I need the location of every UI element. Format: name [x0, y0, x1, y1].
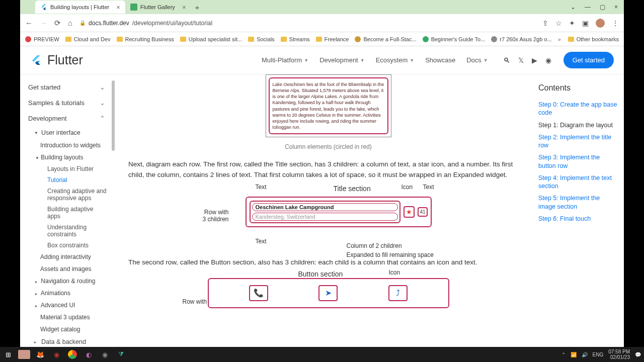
browser-tab[interactable]: Flutter Gallery × — [125, 1, 191, 14]
paragraph: The second row, called the Button sectio… — [128, 257, 528, 268]
github-icon[interactable]: ◉ — [545, 56, 551, 64]
chevron-down-icon: ▼ — [484, 58, 488, 63]
tab-strip: Building layouts | Flutter × Flutter Gal… — [20, 0, 624, 14]
clock[interactable]: 07:58 PM 02/01/23 — [608, 349, 630, 360]
app-icon[interactable]: ◐ — [80, 347, 97, 362]
nav-showcase[interactable]: Showcase — [425, 56, 455, 64]
puzzle-icon[interactable]: ✦ — [569, 19, 575, 27]
side-panel-icon[interactable]: ▣ — [582, 19, 589, 27]
sidebar-item[interactable]: Widget catalog — [20, 323, 113, 335]
maximize-icon[interactable]: ▢ — [600, 4, 605, 11]
close-icon[interactable]: × — [116, 4, 120, 11]
sidebar-item[interactable]: Creating adaptive and responsive apps — [20, 186, 113, 204]
diagram-label: Expanded to fill remaining space — [347, 251, 434, 258]
bookmark-item[interactable]: r7 260x Asus 2gb o... — [491, 36, 551, 42]
bookmark-item[interactable]: Recruiting Business — [117, 36, 174, 42]
bookmark-item[interactable]: Socials — [248, 36, 274, 42]
star-icon[interactable]: ☆ — [555, 19, 562, 27]
sidebar-item[interactable]: Assets and images — [20, 263, 113, 275]
avatar[interactable] — [596, 19, 605, 28]
bookmark-item[interactable]: Cloud and Dev — [65, 36, 111, 42]
new-tab-button[interactable]: + — [195, 3, 199, 12]
letterbox — [0, 0, 20, 347]
folder-icon — [248, 37, 254, 42]
toc-item[interactable]: Step 3: Implement the button row — [538, 151, 618, 172]
diagram-button-section: Button section Icon Row with 📞 ➤ ⤴ — [208, 278, 449, 308]
close-icon[interactable]: × — [182, 4, 186, 11]
nav-docs[interactable]: Docs▼ — [466, 56, 488, 64]
firefox-icon[interactable]: 🦊 — [32, 347, 48, 362]
toc-item[interactable]: Step 1: Diagram the layout — [538, 119, 618, 131]
volume-icon[interactable]: 🔊 — [582, 352, 588, 357]
folder-icon — [568, 37, 574, 42]
url-field[interactable]: 🔒 docs.flutter.dev/development/ui/layout… — [79, 20, 535, 27]
youtube-icon[interactable]: ▶ — [532, 56, 537, 64]
bookmarks-overflow[interactable]: » — [558, 36, 561, 42]
app-icon[interactable]: ◉ — [48, 347, 64, 362]
sidebar-item[interactable]: Layouts in Flutter — [20, 163, 113, 174]
toc-item[interactable]: Step 5: Implement the image section — [538, 192, 618, 213]
folder-icon — [180, 37, 186, 42]
sidebar-item[interactable]: Adding interactivity — [20, 251, 113, 263]
toc-item[interactable]: Step 2: Implement the title row — [538, 131, 618, 152]
wifi-icon[interactable]: 📶 — [571, 352, 577, 357]
sidebar-item[interactable]: ▸ Advanced UI — [20, 299, 113, 311]
sidebar-item-get-started[interactable]: Get started⌄ — [20, 79, 113, 95]
nav-multi-platform[interactable]: Multi-Platform▼ — [262, 56, 308, 64]
toc-item[interactable]: Step 0: Create the app base code — [538, 99, 618, 119]
back-icon[interactable]: ← — [25, 19, 33, 27]
sidebar-item[interactable]: ▸ Navigation & routing — [20, 275, 113, 287]
site-body: Get started⌄ Samples & tutorials⌄ Develo… — [20, 74, 624, 347]
obs-icon[interactable]: ◉ — [97, 347, 113, 362]
header-icons: 🔍︎ 𝕏 ▶ ◉ — [503, 56, 551, 64]
sidebar[interactable]: Get started⌄ Samples & tutorials⌄ Develo… — [20, 74, 113, 347]
diagram-label: Text — [256, 238, 267, 245]
sidebar-item[interactable]: ▸ Animations — [20, 287, 113, 299]
language-indicator[interactable]: ENG — [593, 352, 604, 357]
vscode-icon[interactable]: ⧩ — [113, 347, 129, 362]
nav-ecosystem[interactable]: Ecosystem▼ — [376, 56, 415, 64]
sidebar-item-building-layouts[interactable]: ▼ Building layouts — [20, 151, 113, 163]
sidebar-item[interactable]: Box constraints — [20, 240, 113, 251]
tab-favicon — [130, 4, 137, 11]
bookmark-item[interactable]: Freelance — [316, 36, 349, 42]
start-icon[interactable]: ⊞ — [0, 347, 16, 362]
bookmark-item[interactable]: Streams — [281, 36, 310, 42]
toc-item[interactable]: Step 4: Implement the text section — [538, 172, 618, 193]
home-icon[interactable]: ⌂ — [68, 19, 72, 27]
sidebar-item[interactable]: Introduction to widgets — [20, 139, 113, 151]
chrome-icon[interactable] — [64, 347, 80, 362]
search-icon[interactable]: 🔍︎ — [503, 56, 510, 64]
get-started-button[interactable]: Get started — [564, 52, 614, 68]
sidebar-item-development[interactable]: Development⌃ — [20, 111, 113, 126]
share-icon[interactable]: ⇪ — [542, 19, 548, 27]
bookmark-item[interactable]: Become a Full-Stac... — [355, 36, 416, 42]
folder-icon — [65, 37, 71, 42]
menu-icon[interactable]: ⋮ — [612, 19, 619, 27]
close-icon[interactable]: × — [614, 4, 618, 11]
sidebar-item[interactable]: Building adaptive apps — [20, 204, 113, 222]
sidebar-item-user-interface[interactable]: ▼User interface — [20, 126, 113, 139]
sidebar-item-samples[interactable]: Samples & tutorials⌄ — [20, 95, 113, 111]
explorer-icon[interactable] — [18, 350, 30, 359]
sidebar-item[interactable]: Understanding constraints — [20, 222, 113, 240]
chevron-down-icon[interactable]: ⌄ — [571, 4, 576, 11]
tray-chevron-icon[interactable]: ⌃ — [561, 352, 566, 357]
twitter-icon[interactable]: 𝕏 — [518, 56, 524, 64]
sidebar-item[interactable]: Material 3 updates — [20, 311, 113, 323]
toc-item[interactable]: Step 6: Final touch — [538, 213, 618, 225]
other-bookmarks[interactable]: Other bookmarks — [568, 36, 619, 42]
minimize-icon[interactable]: — — [585, 4, 591, 11]
main-content[interactable]: Lake Oeschinen lies at the foot of the B… — [113, 74, 538, 347]
reload-icon[interactable]: ⟳ — [54, 19, 61, 28]
browser-tab[interactable]: Building layouts | Flutter × — [35, 1, 125, 14]
nav-development[interactable]: Development▼ — [319, 56, 365, 64]
sidebar-item-data-backend[interactable]: ▸Data & backend — [20, 335, 113, 347]
sidebar-item-tutorial[interactable]: Tutorial — [20, 174, 113, 186]
notifications-icon[interactable]: 💬 — [635, 352, 641, 357]
bookmark-item[interactable]: Beginner's Guide To... — [423, 36, 486, 42]
url-path: /development/ui/layout/tutorial — [132, 20, 212, 27]
flutter-logo[interactable]: Flutter — [30, 53, 83, 67]
bookmark-item[interactable]: PREVIEW — [25, 36, 59, 42]
bookmark-item[interactable]: Upload specialist sit... — [180, 36, 242, 42]
